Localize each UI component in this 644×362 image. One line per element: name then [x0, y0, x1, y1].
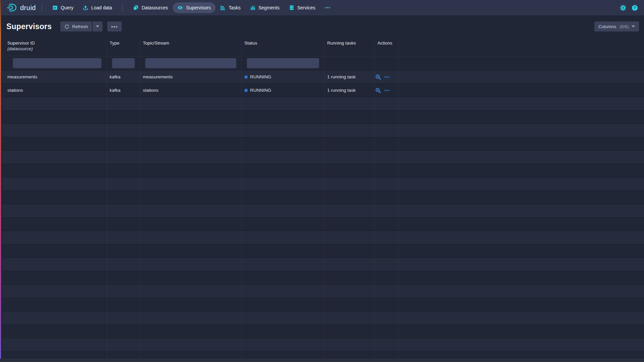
cell-empty	[375, 311, 398, 324]
cell-type[interactable]: kafka	[107, 84, 140, 97]
cell-empty	[2, 164, 107, 177]
title-more-button[interactable]: •••	[107, 21, 121, 31]
cell-empty	[242, 352, 325, 359]
nav-item-label: Load data	[91, 5, 112, 10]
nav-item-supervisors[interactable]: Supervisors	[173, 2, 216, 13]
cell-empty	[140, 164, 242, 177]
cell-topic-stream[interactable]: stations	[140, 84, 242, 97]
cell-empty	[398, 164, 644, 177]
nav-item-segments[interactable]: Segments	[245, 2, 284, 13]
type-filter-input[interactable]	[112, 58, 135, 68]
cell-empty	[398, 191, 644, 204]
cell-status[interactable]: RUNNING	[242, 70, 325, 83]
refresh-button[interactable]: Refresh	[60, 21, 92, 31]
nav-item-load-data[interactable]: Load data	[78, 2, 117, 13]
cell-status[interactable]: RUNNING	[242, 84, 325, 97]
cell-empty	[375, 258, 398, 271]
cell-empty	[2, 177, 107, 191]
column-header-supervisor-id[interactable]: Supervisor ID (datasource)	[2, 38, 107, 56]
nav-item-query[interactable]: Query	[48, 2, 78, 13]
topic-stream-filter-input[interactable]	[145, 58, 236, 68]
refresh-button-group: Refresh	[60, 21, 103, 31]
cell-supervisor-id[interactable]: measurements	[2, 70, 107, 83]
more-icon: •••	[111, 24, 118, 29]
cell-empty	[242, 271, 325, 284]
titlebar: Supervisors Refresh ••• Columns (6/6)	[1, 15, 644, 38]
horizontal-scrollbar[interactable]	[0, 359, 644, 362]
cell-empty	[242, 137, 325, 150]
cell-running-tasks[interactable]: 1 running task	[325, 70, 375, 83]
cell-supervisor-id[interactable]: stations	[2, 84, 107, 97]
cell-empty	[107, 177, 140, 191]
status-filter-input[interactable]	[247, 58, 319, 68]
supervisor-detail-magnifier-icon[interactable]	[375, 74, 381, 80]
cell-type[interactable]: kafka	[107, 70, 140, 83]
top-navbar: druid Query Load data	[1, 0, 644, 15]
column-header-status[interactable]: Status	[242, 38, 325, 56]
cell-empty	[242, 164, 325, 177]
cell-empty	[140, 244, 242, 258]
cell-empty	[140, 231, 242, 244]
column-header-running-tasks[interactable]: Running tasks	[325, 38, 375, 56]
cell-empty	[140, 285, 242, 298]
druid-logo-text: druid	[20, 4, 36, 12]
nav-item-label: Datasources	[141, 5, 168, 10]
nav-item-datasources[interactable]: Datasources	[128, 2, 173, 13]
cell-empty	[325, 311, 375, 324]
cell-empty	[398, 151, 644, 164]
cell-empty	[140, 124, 242, 137]
cell-empty	[140, 151, 242, 164]
nav-item-services[interactable]: Services	[284, 2, 320, 13]
cell-empty	[242, 338, 325, 351]
druid-logo[interactable]: druid	[6, 3, 36, 12]
cell-empty	[242, 298, 325, 311]
cell-empty	[375, 244, 398, 258]
row-more-actions-icon[interactable]	[384, 88, 390, 93]
supervisor-id-filter-input[interactable]	[13, 58, 102, 68]
column-header-actions[interactable]: Actions	[375, 38, 398, 56]
cell-empty	[325, 244, 375, 258]
cell-empty	[398, 218, 644, 231]
filter-cell	[107, 56, 140, 70]
table-body: measurements kafka measurements RUNNING …	[2, 70, 644, 359]
cell-empty	[2, 151, 107, 164]
column-header-type[interactable]: Type	[107, 38, 140, 56]
query-icon	[52, 5, 58, 10]
cell-empty	[375, 177, 398, 191]
status-label: RUNNING	[250, 74, 271, 79]
cell-empty	[375, 164, 398, 177]
cell-empty	[2, 298, 107, 311]
nav-item-label: Services	[297, 5, 315, 10]
table-row-empty	[2, 164, 644, 177]
help-icon[interactable]: ?	[632, 5, 638, 11]
supervisor-detail-magnifier-icon[interactable]	[375, 87, 381, 93]
table-header-row: Supervisor ID (datasource) Type Topic/St…	[2, 38, 644, 56]
nav-item-label: Query	[61, 5, 73, 10]
cell-empty	[242, 204, 325, 217]
cell-empty	[242, 177, 325, 191]
table-row-empty	[2, 204, 644, 218]
row-more-actions-icon[interactable]	[384, 74, 390, 80]
nav-more-button[interactable]	[320, 2, 335, 13]
cell-empty	[242, 151, 325, 164]
cell-actions	[375, 84, 398, 97]
cell-empty	[325, 111, 375, 124]
nav-item-tasks[interactable]: Tasks	[216, 2, 245, 13]
columns-dropdown-button[interactable]: Columns (6/6)	[594, 21, 639, 31]
settings-gear-icon[interactable]	[620, 5, 626, 11]
column-header-topic-stream[interactable]: Topic/Stream	[140, 38, 242, 56]
cell-empty	[107, 97, 140, 110]
cell-empty	[398, 271, 644, 284]
cell-empty	[140, 177, 242, 191]
cell-empty	[242, 258, 325, 271]
cell-topic-stream[interactable]: measurements	[140, 70, 242, 83]
columns-button-label: Columns	[598, 24, 616, 29]
load-data-icon	[83, 5, 88, 10]
cell-empty	[325, 352, 375, 359]
cell-running-tasks[interactable]: 1 running task	[325, 84, 375, 97]
nav-divider	[122, 4, 123, 11]
cell-empty	[242, 111, 325, 124]
refresh-interval-dropdown-button[interactable]	[93, 21, 103, 31]
cell-empty	[2, 218, 107, 231]
nav-more-icon	[325, 5, 331, 10]
